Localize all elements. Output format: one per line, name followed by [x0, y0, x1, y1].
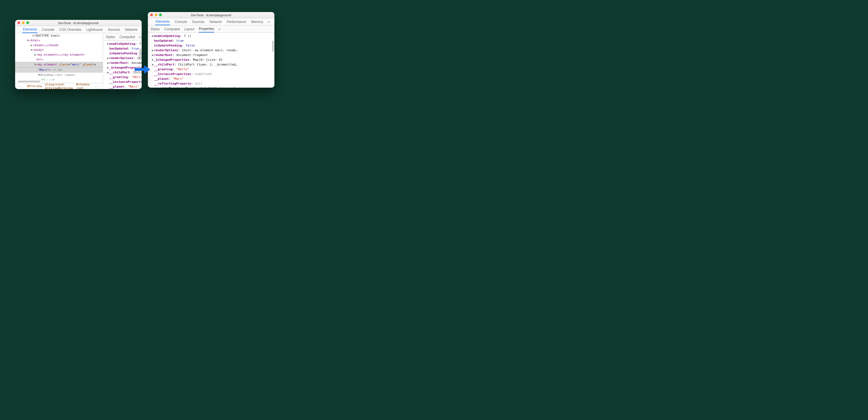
crumb-more-left[interactable]: ... — [18, 84, 24, 88]
side-tab-properties[interactable]: Properties — [199, 26, 214, 32]
panel-tabs: Elements Console CSS Overview Lighthouse… — [22, 26, 142, 33]
devtools-window-right: DevTools - lit.dev/playground/ Elements … — [148, 12, 274, 88]
zoom-icon[interactable] — [26, 21, 29, 24]
traffic-lights — [18, 21, 29, 24]
scrollbar-thumb[interactable] — [18, 81, 40, 82]
tab-network[interactable]: Network — [125, 26, 138, 33]
minimize-icon[interactable] — [22, 21, 25, 24]
property-row[interactable]: hasUpdated: true — [149, 38, 274, 43]
side-tab-layout[interactable]: Layout — [184, 26, 194, 32]
scrollbar-thumb[interactable] — [272, 40, 274, 52]
tab-sources[interactable]: Sources — [191, 18, 205, 25]
arrow-icon — [135, 65, 150, 74]
devtools-window-left: DevTools - lit.dev/playground/ Elements … — [15, 20, 142, 89]
minimize-icon[interactable] — [155, 13, 157, 16]
close-icon[interactable] — [150, 13, 153, 16]
window-titlebar[interactable]: DevTools - lit.dev/playground/ — [15, 20, 142, 26]
property-row[interactable]: ▶enableUpdating: f () — [104, 41, 142, 46]
crumb-more-right[interactable]: ... — [94, 84, 100, 88]
tab-elements[interactable]: Elements — [155, 18, 170, 25]
breadcrumb[interactable]: ... dPreview playground-preview#preview … — [15, 83, 103, 89]
tab-console[interactable]: Console — [41, 26, 55, 33]
crumb-item[interactable]: playground-preview#preview — [45, 83, 73, 89]
property-row[interactable]: ▶_$changedProperties: Map(0) {size: 0} — [149, 57, 274, 62]
property-row[interactable]: __greeting: "Hello" — [104, 75, 142, 80]
property-row[interactable]: __instanceProperties: undefined — [104, 80, 142, 84]
window-titlebar[interactable]: DevTools - lit.dev/playground/ — [148, 12, 274, 18]
zoom-icon[interactable] — [159, 13, 162, 16]
window-title: DevTools - lit.dev/playground/ — [58, 21, 99, 25]
tab-network[interactable]: Network — [209, 18, 222, 25]
panel-toolbar: Elements Console CSS Overview Lighthouse… — [15, 26, 142, 33]
side-tab-styles[interactable]: Styles — [151, 26, 160, 32]
side-tab-computed[interactable]: Computed — [164, 26, 180, 32]
property-row[interactable]: ▶__childPart: ChildPart {type: 2, _$comm… — [149, 62, 274, 67]
property-row[interactable]: ▶__updatePromise: Promise {<fulfilled>: … — [149, 86, 274, 88]
crumb-item[interactable]: dPreview — [27, 84, 42, 88]
dom-tree[interactable]: <!DOCTYPE html> ▼<html> ▶<head>…</head> … — [15, 33, 103, 83]
selected-element[interactable]: ▼<my-element class="mars" planet= — [15, 62, 103, 67]
property-row[interactable]: ▶renderOptions: {host: my-element.mars, … — [149, 48, 274, 53]
properties-list[interactable]: ▶enableUpdating: f () hasUpdated: true i… — [148, 33, 274, 88]
property-row[interactable]: hasUpdated: true — [104, 46, 142, 51]
property-row[interactable]: __planet: "Mars" — [149, 77, 274, 81]
window-title: DevTools - lit.dev/playground/ — [191, 13, 231, 17]
property-row[interactable]: isUpdatePending: false — [104, 51, 142, 56]
side-panel-tabs: Styles Computed Layout Properties » — [103, 33, 142, 40]
scrollbar-thumb[interactable] — [140, 49, 141, 60]
property-row[interactable]: __greeting: "Hello" — [149, 67, 274, 72]
side-tab-layout[interactable]: Layout — [140, 33, 142, 40]
tab-console[interactable]: Console — [174, 18, 188, 25]
property-row[interactable]: ▶renderRoot: document-fragment — [149, 53, 274, 57]
close-icon[interactable] — [18, 21, 20, 24]
tab-cssoverview[interactable]: CSS Overview — [59, 26, 82, 33]
side-panel-tabs: Styles Computed Layout Properties » — [148, 26, 274, 33]
panel-tabs: Elements Console Sources Network Perform… — [155, 18, 270, 25]
tab-lighthouse[interactable]: Lighthouse — [86, 26, 103, 33]
tab-memory[interactable]: Memory — [251, 18, 264, 25]
property-row[interactable]: ▶renderOptions: {host: my-element.mars, … — [104, 56, 142, 60]
property-row[interactable]: isUpdatePending: false — [149, 43, 274, 48]
property-row[interactable]: ▶enableUpdating: f () — [149, 34, 274, 38]
property-row[interactable]: __planet: "Mars" — [104, 84, 142, 89]
tab-elements[interactable]: Elements — [22, 26, 37, 33]
crumb-item[interactable]: #shadow-root — [76, 83, 91, 89]
traffic-lights — [150, 13, 162, 16]
property-row[interactable]: __reflectingProperty: null — [149, 81, 274, 86]
more-panels-icon[interactable]: » — [268, 20, 270, 24]
side-tab-computed[interactable]: Computed — [120, 33, 135, 40]
panel-toolbar: Elements Console Sources Network Perform… — [148, 18, 274, 26]
property-row[interactable]: __instanceProperties: undefined — [149, 72, 274, 77]
tab-performance[interactable]: Performance — [226, 18, 247, 25]
more-side-icon[interactable]: » — [219, 27, 221, 31]
tab-sources[interactable]: Sources — [107, 26, 121, 33]
side-tab-styles[interactable]: Styles — [106, 33, 115, 40]
